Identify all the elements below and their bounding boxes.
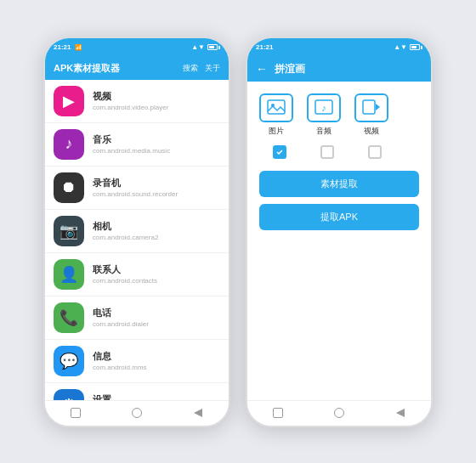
- app-icon-7: ⚙: [54, 389, 84, 400]
- header-actions-1: 搜索 关于: [183, 63, 220, 74]
- app-list[interactable]: ▶视频com.android.video.player♪音乐com.androi…: [45, 80, 229, 400]
- checkbox-row: [259, 145, 419, 159]
- status-time-2: 21:21: [256, 43, 273, 51]
- app-name-3: 相机: [93, 220, 158, 233]
- status-time-1: 21:21 📶: [54, 43, 82, 51]
- video-icon: [362, 99, 381, 116]
- phone-1: 21:21 📶 ▲▼ APK素材提取器 搜索 关于: [43, 37, 230, 427]
- app-item-5[interactable]: 📞电话com.android.dialer: [45, 296, 229, 340]
- checkbox-unchecked-audio: [320, 145, 334, 159]
- app-info-1: 音乐com.android.media.music: [93, 133, 170, 155]
- audio-icon: ♪: [314, 99, 333, 116]
- asset-item-audio[interactable]: ♪ 音频: [307, 93, 341, 137]
- bottom-nav-1: [45, 400, 229, 426]
- nav-back-2[interactable]: [393, 405, 408, 421]
- app-icon-3: 📷: [54, 216, 84, 246]
- image-label: 图片: [269, 126, 284, 137]
- checkbox-unchecked-video: [368, 145, 382, 159]
- battery-icon-1: [207, 44, 220, 50]
- phone2-content: 图片 ♪ 音频: [247, 82, 431, 400]
- checkbox-checked-icon: [273, 145, 286, 159]
- checkbox-audio[interactable]: [310, 145, 344, 159]
- app-name-4: 联系人: [93, 263, 157, 276]
- app-package-1: com.android.media.music: [93, 147, 170, 155]
- phone2-title: 拼渲画: [275, 62, 305, 76]
- extract-apk-button[interactable]: 提取APK: [259, 204, 419, 230]
- nav-back-1[interactable]: [190, 405, 206, 421]
- svg-rect-0: [268, 100, 285, 114]
- audio-label: 音频: [316, 126, 332, 137]
- asset-item-image[interactable]: 图片: [259, 93, 293, 137]
- app-item-0[interactable]: ▶视频com.android.video.player: [45, 80, 229, 123]
- status-bar-2: 21:21 ▲▼: [247, 38, 431, 57]
- video-label: 视频: [364, 126, 379, 137]
- app-icon-4: 👤: [54, 259, 84, 290]
- nav-square-1[interactable]: [68, 405, 83, 421]
- app-name-5: 电话: [93, 307, 149, 319]
- svg-rect-4: [363, 100, 375, 114]
- status-icons-2: ▲▼: [394, 43, 422, 51]
- app-item-3[interactable]: 📷相机com.android.camera2: [45, 210, 229, 253]
- app-item-2[interactable]: ⏺录音机com.android.sound.recorder: [45, 167, 229, 210]
- app-name-2: 录音机: [93, 177, 178, 189]
- search-button[interactable]: 搜索: [183, 63, 198, 74]
- app-name-1: 音乐: [93, 133, 170, 146]
- app-package-5: com.android.dialer: [93, 320, 149, 328]
- app-package-0: com.android.video.player: [93, 104, 168, 111]
- app-info-6: 信息com.android.mms: [93, 350, 147, 371]
- app-item-7[interactable]: ⚙设置com.android.settings: [45, 383, 229, 400]
- app-info-5: 电话com.android.dialer: [93, 307, 149, 328]
- app-info-4: 联系人com.android.contacts: [93, 263, 157, 285]
- back-button[interactable]: ←: [256, 62, 268, 76]
- asset-type-grid: 图片 ♪ 音频: [259, 93, 419, 137]
- app-item-6[interactable]: 💬信息com.android.mms: [45, 340, 229, 383]
- app-info-3: 相机com.android.camera2: [93, 220, 158, 241]
- app-icon-6: 💬: [54, 346, 84, 376]
- app-info-7: 设置com.android.settings: [93, 393, 156, 400]
- status-bar-1: 21:21 📶 ▲▼: [45, 38, 229, 57]
- nav-circle-1[interactable]: [129, 405, 144, 421]
- audio-icon-box: ♪: [307, 93, 341, 122]
- app-item-1[interactable]: ♪音乐com.android.media.music: [45, 123, 229, 167]
- status-icons-1: ▲▼: [191, 43, 220, 51]
- svg-text:♪: ♪: [321, 103, 326, 113]
- app-package-2: com.android.sound.recorder: [93, 190, 178, 198]
- app-package-6: com.android.mms: [93, 364, 147, 371]
- image-icon-box: [259, 93, 293, 122]
- wifi-icon-1: ▲▼: [191, 43, 205, 51]
- phone-2: 21:21 ▲▼ ← 拼渲画: [246, 37, 433, 427]
- video-icon-box: [354, 93, 388, 122]
- app-icon-1: ♪: [54, 129, 84, 160]
- checkbox-video[interactable]: [358, 145, 392, 159]
- about-button[interactable]: 关于: [205, 63, 220, 74]
- app-name-0: 视频: [93, 90, 168, 103]
- app-package-3: com.android.camera2: [93, 234, 158, 241]
- svg-marker-5: [376, 104, 380, 110]
- battery-icon-2: [410, 44, 422, 50]
- bottom-nav-2: [247, 400, 431, 426]
- app-name-7: 设置: [93, 393, 156, 400]
- app-icon-5: 📞: [54, 302, 84, 333]
- app-title-1: APK素材提取器: [54, 62, 120, 75]
- app-package-4: com.android.contacts: [93, 277, 157, 285]
- app-info-2: 录音机com.android.sound.recorder: [93, 177, 178, 198]
- app-icon-2: ⏺: [54, 172, 84, 203]
- phone2-header: ← 拼渲画: [247, 57, 431, 82]
- app-header-1: APK素材提取器 搜索 关于: [45, 57, 229, 80]
- checkbox-image[interactable]: [263, 145, 297, 159]
- app-info-0: 视频com.android.video.player: [93, 90, 168, 111]
- phones-container: 21:21 📶 ▲▼ APK素材提取器 搜索 关于: [43, 37, 433, 427]
- nav-circle-2[interactable]: [332, 405, 347, 421]
- image-icon: [267, 99, 286, 116]
- nav-square-2[interactable]: [270, 405, 286, 421]
- app-name-6: 信息: [93, 350, 147, 363]
- app-item-4[interactable]: 👤联系人com.android.contacts: [45, 253, 229, 296]
- extract-asset-button[interactable]: 素材提取: [259, 171, 419, 197]
- app-icon-0: ▶: [54, 86, 84, 116]
- signal-icon-2: ▲▼: [394, 43, 407, 51]
- asset-item-video[interactable]: 视频: [354, 93, 388, 137]
